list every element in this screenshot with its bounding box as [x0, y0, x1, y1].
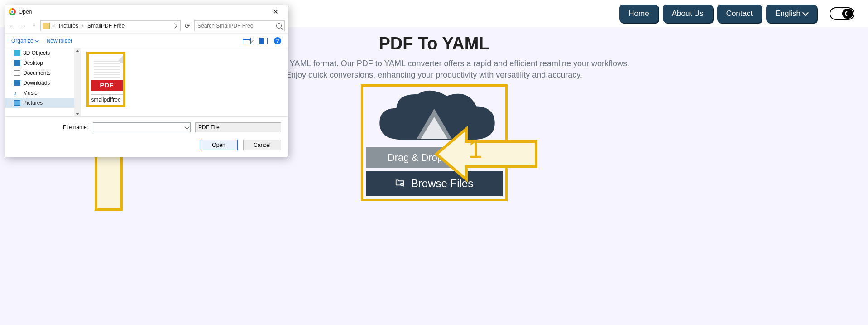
file-name-caption: File name:: [63, 124, 88, 131]
preview-pane-icon[interactable]: [259, 38, 268, 44]
dragdrop-label: Drag & Drop Files Or: [366, 147, 503, 168]
dragdrop-or: Or: [470, 152, 480, 163]
file-list: PDF smallpdffree: [75, 48, 288, 116]
breadcrumb-sep2: ›: [81, 23, 85, 29]
tree-label: 3D Objects: [23, 50, 50, 56]
browse-files-button[interactable]: Browse Files: [366, 171, 503, 196]
nav-language-button[interactable]: English: [766, 5, 817, 23]
file-name-input[interactable]: [93, 122, 191, 132]
scroll-up-icon[interactable]: [74, 48, 81, 53]
dropzone[interactable]: Drag & Drop Files Or Browse Files: [361, 84, 508, 201]
pdf-file-icon: PDF: [91, 56, 123, 95]
refresh-icon[interactable]: ⟳: [182, 22, 192, 29]
dialog-footer: File name: PDF File Open Cancel: [5, 116, 288, 157]
dialog-toolbar: Organize New folder ?: [5, 33, 288, 48]
chevron-down-icon: [802, 10, 809, 16]
theme-toggle-knob: [842, 9, 853, 19]
pictures-icon: [14, 100, 20, 106]
nav-up-icon[interactable]: ↑: [29, 22, 38, 29]
dialog-titlebar: Open ✕: [5, 5, 288, 19]
nav-contact-button[interactable]: Contact: [717, 5, 762, 23]
organize-label: Organize: [11, 38, 34, 44]
dialog-search-input[interactable]: Search SmallPDF Free: [194, 20, 285, 31]
nav-about-button[interactable]: About Us: [663, 5, 713, 23]
file-type-label: PDF File: [198, 124, 220, 131]
file-type-select[interactable]: PDF File: [195, 122, 281, 132]
search-icon: [276, 23, 282, 29]
pdf-badge: PDF: [91, 80, 123, 91]
tree-item-pictures[interactable]: Pictures: [5, 98, 74, 108]
downloads-icon: [14, 80, 20, 86]
tree-label: Pictures: [23, 100, 43, 106]
tree-label: Desktop: [23, 60, 43, 66]
tree-item-desktop[interactable]: Desktop: [5, 58, 74, 68]
view-mode-button[interactable]: [243, 38, 253, 44]
browse-folder-icon: [395, 177, 405, 190]
nav-language-label: English: [775, 9, 801, 18]
svg-point-2: [401, 183, 403, 186]
tree-label: Downloads: [23, 80, 50, 86]
breadcrumb-sep: «: [51, 23, 57, 29]
breadcrumb-smallpdf[interactable]: SmallPDF Free: [86, 22, 126, 30]
cloud-upload-icon: [366, 89, 502, 148]
tree-item-documents[interactable]: Documents: [5, 68, 74, 78]
help-icon[interactable]: ?: [274, 37, 281, 44]
filename-dropdown-icon[interactable]: [184, 124, 189, 129]
dialog-address-bar: ← → ↑ « Pictures › SmallPDF Free ⟳ Searc…: [5, 19, 288, 33]
new-folder-button[interactable]: New folder: [47, 38, 72, 44]
folder-icon: [43, 23, 50, 29]
file-item-smallpdffree[interactable]: PDF smallpdffree: [86, 52, 125, 107]
3d-objects-icon: [14, 50, 20, 56]
documents-icon: [14, 70, 20, 76]
chrome-icon: [9, 8, 16, 15]
tree-item-downloads[interactable]: Downloads: [5, 78, 74, 88]
dialog-title: Open: [19, 9, 32, 15]
breadcrumb-dropdown-icon[interactable]: [172, 23, 177, 28]
theme-toggle[interactable]: [830, 7, 854, 20]
dialog-close-button[interactable]: ✕: [267, 8, 285, 15]
organize-button[interactable]: Organize: [11, 38, 38, 44]
tree-label: Documents: [23, 70, 51, 76]
dropdown-icon: [34, 38, 39, 42]
file-open-dialog: Open ✕ ← → ↑ « Pictures › SmallPDF Free …: [5, 5, 288, 157]
desktop-icon: [14, 60, 20, 66]
file-name-label: smallpdffree: [91, 97, 121, 103]
tree-label: Music: [23, 90, 37, 96]
breadcrumb-pictures[interactable]: Pictures: [58, 22, 80, 30]
search-placeholder: Search SmallPDF Free: [197, 23, 253, 29]
scroll-down-icon[interactable]: [74, 111, 81, 116]
page-subtitle: ture it in clear YAML format. Our PDF to…: [230, 58, 638, 81]
tree-item-music[interactable]: ♪ Music: [5, 88, 74, 98]
dialog-body: 3D Objects Desktop Documents Downloads ♪…: [5, 48, 288, 116]
moon-icon: [845, 11, 850, 16]
breadcrumb[interactable]: « Pictures › SmallPDF Free: [40, 20, 181, 31]
open-button[interactable]: Open: [200, 140, 238, 150]
tree-item-3dobjects[interactable]: 3D Objects: [5, 48, 74, 58]
browse-files-label: Browse Files: [411, 177, 473, 190]
nav-home-button[interactable]: Home: [619, 5, 658, 23]
cancel-button[interactable]: Cancel: [243, 140, 281, 150]
dragdrop-text: Drag & Drop Files: [388, 152, 467, 163]
nav-forward-icon[interactable]: →: [19, 22, 28, 29]
folder-tree: 3D Objects Desktop Documents Downloads ♪…: [5, 48, 75, 116]
tree-scrollbar[interactable]: [74, 48, 81, 116]
nav-back-icon[interactable]: ←: [8, 22, 17, 29]
music-icon: ♪: [14, 90, 20, 96]
